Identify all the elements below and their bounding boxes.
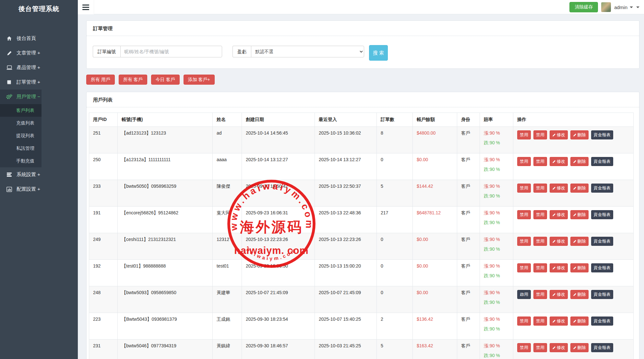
toggle-status-button[interactable]: 禁用: [517, 317, 531, 326]
ban-button[interactable]: 禁用: [533, 130, 547, 139]
fund-report-button[interactable]: 資金報表: [591, 343, 613, 352]
ban-button[interactable]: 禁用: [533, 317, 547, 326]
toggle-status-button[interactable]: 禁用: [517, 157, 531, 166]
pencil-icon: [573, 213, 577, 217]
order-number-label: 訂單編號: [93, 46, 120, 57]
col-account: 帳號(手機): [118, 113, 213, 127]
toggle-status-button[interactable]: 禁用: [517, 237, 531, 246]
sidebar-item-home[interactable]: 後台首頁: [0, 31, 78, 46]
ban-button[interactable]: 禁用: [533, 210, 547, 219]
cell-balance: $0.00: [413, 286, 457, 313]
clear-cache-button[interactable]: 清除緩存: [569, 2, 598, 12]
delete-button[interactable]: 刪除: [570, 343, 589, 352]
cell-name: 王成銘: [213, 313, 242, 340]
toggle-status-button[interactable]: 禁用: [517, 210, 531, 219]
sidebar-item-system[interactable]: 系統設置 +: [0, 167, 78, 182]
col-created: 創建日期: [242, 113, 315, 127]
ban-button[interactable]: 禁用: [533, 237, 547, 246]
sidebar-item-users[interactable]: 用戶管理 −: [0, 90, 42, 104]
sidebar-toggle-button[interactable]: [78, 0, 94, 14]
cell-balance: $144.42: [413, 180, 457, 207]
delete-button[interactable]: 刪除: [570, 290, 589, 299]
edit-button[interactable]: 修改: [550, 237, 568, 246]
cell-user-id: 223: [89, 313, 118, 340]
cell-actions: 禁用 禁用 修改 刪除 資金報表: [513, 207, 634, 233]
edit-button[interactable]: 修改: [550, 317, 568, 326]
cell-last-login: 2025-10-07 15:40:25: [315, 313, 377, 340]
chevron-down-icon[interactable]: [636, 6, 639, 8]
odds-up-value: 漲:90 %: [484, 317, 509, 322]
sidebar-item-config[interactable]: 配置設置 +: [0, 182, 78, 197]
sidebar-item-products[interactable]: 產品管理 +: [0, 60, 78, 75]
edit-button[interactable]: 修改: [550, 157, 568, 166]
user-dropdown[interactable]: admin: [614, 5, 633, 10]
odds-up-value: 漲:90 %: [484, 210, 509, 216]
cell-actions: 禁用 禁用 修改 刪除 資金報表: [513, 180, 634, 207]
delete-button[interactable]: 刪除: [570, 210, 589, 219]
cell-user-id: 249: [89, 233, 118, 260]
sidebar-item-orders[interactable]: 訂單管理 +: [0, 75, 78, 90]
cell-user-id: 231: [89, 340, 118, 359]
user-list-panel: 用戶列表 用戶ID 帳號(手機) 姓名 創建日期 最近登入: [86, 92, 639, 359]
cell-role: 客戶: [457, 340, 480, 359]
ban-button[interactable]: 禁用: [533, 157, 547, 166]
search-button[interactable]: 搜 索: [369, 45, 388, 61]
submenu-item-message-mgmt[interactable]: 私訊管理: [0, 142, 42, 155]
edit-button[interactable]: 修改: [550, 210, 568, 219]
edit-button[interactable]: 修改: [550, 290, 568, 299]
odds-down-value: 跌:90 %: [484, 326, 509, 332]
cell-last-login: 2025-10-14 13:12:27: [315, 153, 377, 180]
avatar[interactable]: [601, 2, 611, 12]
profit-select[interactable]: 默認不選: [251, 46, 364, 57]
cell-created: 2025-10-14 13:12:27: [242, 153, 315, 180]
delete-button[interactable]: 刪除: [570, 184, 589, 193]
all-customers-button[interactable]: 所有 客戶: [119, 75, 147, 85]
submenu-item-manual-recharge[interactable]: 手動充值: [0, 155, 42, 167]
submenu-item-withdraw-list[interactable]: 提現列表: [0, 129, 42, 142]
keyword-input[interactable]: [120, 46, 222, 57]
delete-button[interactable]: 刪除: [570, 157, 589, 166]
edit-button[interactable]: 修改: [550, 130, 568, 139]
toggle-status-button[interactable]: 禁用: [517, 184, 531, 193]
today-customers-button[interactable]: 今日 客戶: [151, 75, 180, 85]
cell-role: 客戶: [457, 233, 480, 260]
toggle-status-button[interactable]: 禁用: [517, 263, 531, 272]
fund-report-button[interactable]: 資金報表: [591, 237, 613, 246]
fund-report-button[interactable]: 資金報表: [591, 317, 613, 326]
ban-button[interactable]: 禁用: [533, 184, 547, 193]
fund-report-button[interactable]: 資金報表: [591, 184, 613, 193]
delete-button[interactable]: 刪除: [570, 317, 589, 326]
ban-button[interactable]: 禁用: [533, 290, 547, 299]
cell-name: aaaa: [213, 153, 242, 180]
submenu-item-customer-list[interactable]: 客戶列表: [0, 104, 42, 117]
submenu-item-recharge-list[interactable]: 充值列表: [0, 117, 42, 129]
ban-button[interactable]: 禁用: [533, 343, 547, 352]
fund-report-button[interactable]: 資金報表: [591, 130, 613, 139]
odds-up-value: 漲:90 %: [484, 184, 509, 189]
delete-button[interactable]: 刪除: [570, 130, 589, 139]
add-customer-button[interactable]: 添加 客戶+: [184, 75, 215, 85]
fund-report-button[interactable]: 資金報表: [591, 157, 613, 166]
sidebar-item-articles[interactable]: 文章管理 +: [0, 46, 78, 60]
fund-report-button[interactable]: 資金報表: [591, 290, 613, 299]
odds-up-value: 漲:90 %: [484, 130, 509, 136]
cell-actions: 禁用 禁用 修改 刪除 資金報表: [513, 313, 634, 340]
all-users-button[interactable]: 所有 用戶: [86, 75, 115, 85]
ban-button[interactable]: 禁用: [533, 263, 547, 272]
edit-button[interactable]: 修改: [550, 263, 568, 272]
cell-role: 客戶: [457, 286, 480, 313]
app-title: 後台管理系統: [0, 0, 78, 18]
fund-report-button[interactable]: 資金報表: [591, 210, 613, 219]
edit-button[interactable]: 修改: [550, 343, 568, 352]
cell-balance: $4800.00: [413, 127, 457, 153]
delete-button[interactable]: 刪除: [570, 263, 589, 272]
cell-created: 2025-10-07 21:45:09: [242, 286, 315, 313]
toggle-status-button[interactable]: 禁用: [517, 130, 531, 139]
edit-button[interactable]: 修改: [550, 184, 568, 193]
delete-button[interactable]: 刪除: [570, 237, 589, 246]
odds-up-value: 漲:90 %: [484, 157, 509, 163]
cell-odds: 漲:90 % 跌:90 %: [480, 233, 513, 260]
toggle-status-button[interactable]: 啟用: [517, 290, 531, 299]
fund-report-button[interactable]: 資金報表: [591, 263, 613, 272]
toggle-status-button[interactable]: 禁用: [517, 343, 531, 352]
